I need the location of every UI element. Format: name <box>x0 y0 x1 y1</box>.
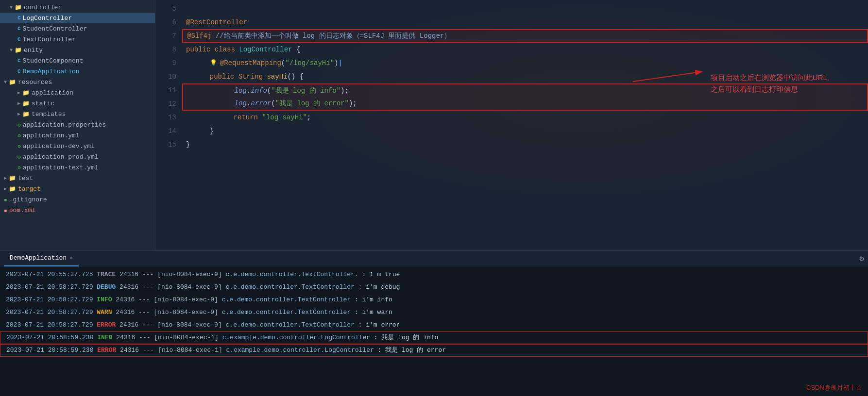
line-num-10: 10 <box>155 70 176 83</box>
folder-icon-static: 📁 <box>22 100 30 107</box>
code-line-8: public class LogController { <box>182 43 868 56</box>
method-sayhi: sayHi <box>267 70 287 83</box>
class-icon-log-controller: C <box>17 15 21 21</box>
class-3: c.e.demo.controller.TextController <box>222 309 351 316</box>
timestamp-6: 2023-07-21 20:58:59.230 <box>6 346 93 354</box>
application-prod-yml-label: application-prod.yml <box>23 153 99 161</box>
msg-0: : 1 m true <box>362 271 400 278</box>
string-info-msg: "我是 log 的 info" <box>271 84 340 98</box>
indent-12 <box>218 97 235 110</box>
collapse-arrow-test: ▶ <box>4 175 7 181</box>
enity-folder-label: enity <box>24 47 43 54</box>
thread-5: [nio-8084-exec-1] <box>154 334 222 341</box>
indent-14 <box>202 124 210 138</box>
collapse-arrow-controller: ▼ <box>10 5 13 10</box>
comment-slf4j: //给当前类中添加一个叫做 log 的日志对象（=SLF4J 里面提供 Logg… <box>211 29 451 43</box>
class-2: c.e.demo.controller.TextController <box>222 296 351 303</box>
code-lines[interactable]: @RestController @Slf4j //给当前类中添加一个叫做 log… <box>182 0 868 250</box>
bottom-tab-demo-application[interactable]: DemoApplication × <box>4 251 79 266</box>
resources-folder[interactable]: ▼ 📁 resources <box>0 77 155 87</box>
close-11: ); <box>340 84 349 98</box>
file-icon-text-yml: ⚙ <box>17 165 21 171</box>
target-folder-label: target <box>18 185 41 193</box>
resources-folder-label: resources <box>18 79 52 86</box>
application-yml-label: application.yml <box>23 132 80 139</box>
line-num-13: 13 <box>155 111 176 124</box>
thread-0: [nio-8084-exec-9] <box>157 271 225 278</box>
line-numbers: 5 6 7 8 9 10 11 12 13 14 15 <box>155 0 182 250</box>
code-line-5 <box>182 2 868 16</box>
application-text-yml-label: application-text.yml <box>23 164 99 171</box>
pid-5: 24316 --- <box>116 334 154 341</box>
timestamp-0: 2023-07-21 20:55:27.725 <box>6 271 93 278</box>
log-line-5-highlighted: 2023-07-21 20:58:59.230 INFO 24316 --- [… <box>0 331 868 344</box>
bottom-tab-close-btn[interactable]: × <box>69 255 73 261</box>
file-tree: ▼ 📁 controller C LogController C Student… <box>0 0 155 250</box>
msg-5: : 我是 log 的 info <box>374 334 439 341</box>
sidebar-item-application-folder[interactable]: ▶ 📁 application <box>0 87 155 98</box>
sidebar-item-pom-xml[interactable]: ◾ pom.xml <box>0 205 155 215</box>
pid-4: 24316 --- <box>119 321 157 329</box>
demo-application-label: DemoApplication <box>23 68 80 75</box>
enity-folder[interactable]: ▼ 📁 enity <box>0 45 155 55</box>
sidebar-item-gitignore[interactable]: ◾ .gitignore <box>0 194 155 205</box>
semi-13: ; <box>307 111 311 124</box>
log-line-0: 2023-07-21 20:55:27.725 TRACE 24316 --- … <box>0 268 868 281</box>
line-num-6: 6 <box>155 16 176 29</box>
class-4: c.e.demo.controller.TextController <box>226 321 355 329</box>
cursor-9: | <box>338 56 342 70</box>
timestamp-2: 2023-07-21 20:58:27.729 <box>6 296 93 303</box>
string-return-val: "log sayHi" <box>262 111 306 124</box>
sidebar-item-log-controller[interactable]: C LogController <box>0 13 155 23</box>
log-line-4: 2023-07-21 20:58:27.729 ERROR 24316 --- … <box>0 319 868 331</box>
sidebar-item-application-yml[interactable]: ⚙ application.yml <box>0 130 155 141</box>
line-num-8: 8 <box>155 43 176 56</box>
sidebar-item-application-dev-yml[interactable]: ⚙ application-dev.yml <box>0 141 155 151</box>
folder-icon-controller: 📁 <box>15 4 22 11</box>
code-line-6: @RestController <box>182 16 868 29</box>
msg-1: : i'm debug <box>358 283 400 291</box>
timestamp-1: 2023-07-21 20:58:27.729 <box>6 283 93 291</box>
pid-2: 24316 --- <box>116 296 153 303</box>
file-icon-app-yml: ⚙ <box>17 132 21 139</box>
application-folder-label: application <box>32 89 73 97</box>
sidebar-item-demo-application[interactable]: C DemoApplication <box>0 66 155 77</box>
pid-6: 24316 --- <box>120 346 158 354</box>
folder-icon-test: 📁 <box>9 175 16 182</box>
dot-11: . <box>247 84 251 98</box>
folder-icon-templates: 📁 <box>22 111 30 118</box>
indent-9 <box>202 56 210 70</box>
sidebar-item-templates-folder[interactable]: ▶ 📁 templates <box>0 109 155 119</box>
collapse-arrow-app: ▶ <box>17 90 20 96</box>
folder-icon-resources: 📁 <box>9 79 16 86</box>
line-num-12: 12 <box>155 97 176 111</box>
sidebar-item-test-folder[interactable]: ▶ 📁 test <box>0 173 155 183</box>
application-properties-label: application.properties <box>23 121 106 129</box>
collapse-arrow-resources: ▼ <box>4 80 7 85</box>
gear-icon[interactable]: ⚙ <box>859 254 864 264</box>
sidebar-item-target-folder[interactable]: ▶ 📁 target <box>0 183 155 194</box>
line-num-7: 7 <box>155 29 176 43</box>
level-info-2: INFO <box>97 296 112 303</box>
bracket-12: ( <box>271 97 275 110</box>
string-error-msg: "我是 log 的 error" <box>275 97 349 110</box>
sidebar-item-application-properties[interactable]: ⚙ application.properties <box>0 119 155 130</box>
bottom-panel: DemoApplication × ⚙ 2023-07-21 20:55:27.… <box>0 250 868 396</box>
file-icon-pom-xml: ◾ <box>4 207 7 214</box>
code-container: 5 6 7 8 9 10 11 12 13 14 15 @RestControl… <box>155 0 868 250</box>
collapse-arrow-templates: ▶ <box>17 111 20 117</box>
log-controller-label: LogController <box>23 15 72 22</box>
sidebar-item-text-controller[interactable]: C TextController <box>0 34 155 45</box>
controller-folder[interactable]: ▼ 📁 controller <box>0 2 155 13</box>
msg-2: : i'm info <box>355 296 392 303</box>
folder-icon-target: 📁 <box>9 185 16 193</box>
indent-11 <box>218 84 235 98</box>
sidebar-item-application-text-yml[interactable]: ⚙ application-text.yml <box>0 162 155 173</box>
string-log-sayhi: "/log/sayHi" <box>285 56 334 70</box>
sidebar-item-student-controller[interactable]: C StudentController <box>0 23 155 34</box>
thread-2: [nio-8084-exec-9] <box>153 296 221 303</box>
sidebar-item-student-component[interactable]: C StudentComponent <box>0 55 155 66</box>
sidebar-item-static-folder[interactable]: ▶ 📁 static <box>0 98 155 109</box>
slf4j-annotation: @Slf4j <box>187 29 211 43</box>
sidebar-item-application-prod-yml[interactable]: ⚙ application-prod.yml <box>0 151 155 162</box>
